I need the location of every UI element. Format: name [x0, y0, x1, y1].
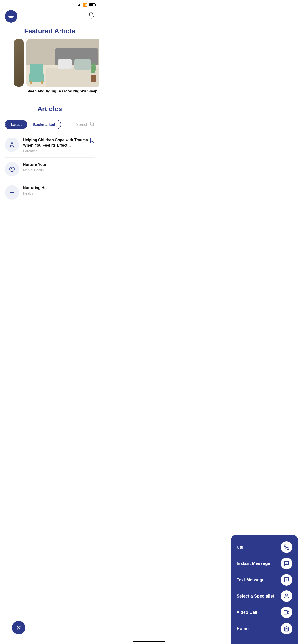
- article-icon-health: [5, 185, 19, 200]
- articles-title: Articles: [5, 104, 95, 117]
- article-item-1[interactable]: Helping Children Cope with Trauma When Y…: [5, 133, 95, 158]
- header: [0, 8, 99, 26]
- wifi-icon: 📶: [83, 3, 87, 7]
- article-info-1: Helping Children Cope with Trauma When Y…: [23, 138, 95, 153]
- notification-button[interactable]: [88, 12, 95, 20]
- article-title-2: Nurture Your: [23, 162, 95, 167]
- article-tab-bar: Latest Bookmarked Search: [5, 120, 95, 130]
- svg-point-2: [11, 142, 13, 144]
- menu-button[interactable]: [5, 10, 17, 22]
- carousel-item-main[interactable]: Sleep and Aging: A Good Night's Sleep: [26, 39, 99, 94]
- article-list: Helping Children Cope with Trauma When Y…: [5, 133, 95, 204]
- search-area[interactable]: Search: [76, 122, 95, 128]
- article-icon-parenting: [5, 138, 19, 152]
- article-category-2: Mental Health: [23, 168, 95, 172]
- article-title-3: Nurturing He: [23, 185, 95, 190]
- article-category-1: Parenting: [23, 149, 95, 153]
- articles-section: Articles Latest Bookmarked Search: [0, 104, 99, 204]
- article-item-2[interactable]: Nurture Your Mental Health: [5, 158, 95, 181]
- svg-point-5: [12, 170, 13, 170]
- svg-line-1: [93, 125, 94, 126]
- section-divider: [0, 99, 99, 100]
- signal-icon: [77, 3, 81, 6]
- article-caption: Sleep and Aging: A Good Night's Sleep: [26, 87, 98, 94]
- article-image: [26, 39, 99, 87]
- article-icon-mental-health: [5, 162, 19, 176]
- article-info-3: Nurturing He Health: [23, 185, 95, 195]
- article-title-1: Helping Children Cope with Trauma When Y…: [23, 138, 95, 148]
- carousel-item-side-left[interactable]: [14, 39, 24, 87]
- featured-carousel[interactable]: Sleep and Aging: A Good Night's Sleep: [0, 39, 99, 94]
- bookmark-icon-1[interactable]: [90, 138, 95, 144]
- search-icon[interactable]: [90, 122, 95, 128]
- article-tabs: Latest Bookmarked: [5, 120, 61, 130]
- featured-title: Featured Article: [0, 26, 99, 39]
- tab-bookmarked[interactable]: Bookmarked: [27, 120, 61, 129]
- battery-icon: [89, 3, 95, 6]
- svg-point-0: [90, 122, 94, 125]
- article-info-2: Nurture Your Mental Health: [23, 162, 95, 172]
- status-bar: 📶: [0, 0, 99, 8]
- svg-point-4: [12, 167, 13, 168]
- article-item-3[interactable]: Nurturing He Health: [5, 181, 95, 204]
- search-label: Search: [76, 122, 88, 127]
- article-category-3: Health: [23, 192, 95, 195]
- tab-latest[interactable]: Latest: [5, 120, 27, 129]
